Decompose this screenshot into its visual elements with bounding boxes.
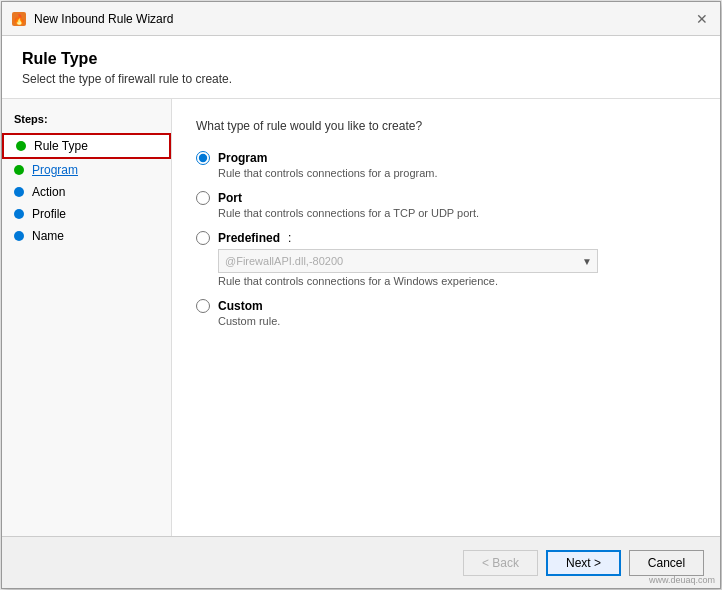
radio-custom-label: Custom bbox=[218, 299, 263, 313]
step-item-name[interactable]: Name bbox=[2, 225, 171, 247]
option-predefined: Predefined: @FirewallAPI.dll,-80200 ▼ Ru… bbox=[196, 231, 696, 287]
step-item-profile[interactable]: Profile bbox=[2, 203, 171, 225]
close-button[interactable]: ✕ bbox=[692, 9, 712, 29]
predefined-dropdown-row: @FirewallAPI.dll,-80200 ▼ bbox=[218, 249, 696, 273]
radio-port-desc: Rule that controls connections for a TCP… bbox=[218, 207, 696, 219]
step-label-program[interactable]: Program bbox=[32, 163, 78, 177]
title-bar: 🔥 New Inbound Rule Wizard ✕ bbox=[2, 2, 720, 36]
predefined-select[interactable]: @FirewallAPI.dll,-80200 bbox=[218, 249, 598, 273]
radio-port[interactable] bbox=[196, 191, 210, 205]
footer: < Back Next > Cancel bbox=[2, 536, 720, 588]
cancel-button[interactable]: Cancel bbox=[629, 550, 704, 576]
step-label-action: Action bbox=[32, 185, 65, 199]
radio-custom-row[interactable]: Custom bbox=[196, 299, 696, 313]
step-item-rule-type[interactable]: Rule Type bbox=[2, 133, 171, 159]
step-label-rule-type: Rule Type bbox=[34, 139, 88, 153]
step-dot-rule-type bbox=[16, 141, 26, 151]
title-bar-left: 🔥 New Inbound Rule Wizard bbox=[10, 10, 173, 28]
radio-port-row[interactable]: Port bbox=[196, 191, 696, 205]
back-button[interactable]: < Back bbox=[463, 550, 538, 576]
radio-port-label: Port bbox=[218, 191, 242, 205]
radio-custom-desc: Custom rule. bbox=[218, 315, 696, 327]
step-dot-program bbox=[14, 165, 24, 175]
rule-panel: What type of rule would you like to crea… bbox=[172, 99, 720, 536]
option-custom: Custom Custom rule. bbox=[196, 299, 696, 327]
step-dot-action bbox=[14, 187, 24, 197]
svg-text:🔥: 🔥 bbox=[13, 13, 26, 26]
radio-program-desc: Rule that controls connections for a pro… bbox=[218, 167, 696, 179]
page-title: Rule Type bbox=[22, 50, 700, 68]
radio-program-row[interactable]: Program bbox=[196, 151, 696, 165]
rule-question: What type of rule would you like to crea… bbox=[196, 119, 696, 133]
window-title: New Inbound Rule Wizard bbox=[34, 12, 173, 26]
radio-program[interactable] bbox=[196, 151, 210, 165]
radio-predefined[interactable] bbox=[196, 231, 210, 245]
page-subtitle: Select the type of firewall rule to crea… bbox=[22, 72, 700, 86]
radio-program-label: Program bbox=[218, 151, 267, 165]
step-dot-name bbox=[14, 231, 24, 241]
main-content: Steps: Rule Type Program Action bbox=[2, 99, 720, 536]
radio-predefined-label: Predefined bbox=[218, 231, 280, 245]
steps-heading: Steps: bbox=[2, 113, 171, 133]
predefined-select-wrapper: @FirewallAPI.dll,-80200 ▼ bbox=[218, 249, 598, 273]
step-label-name: Name bbox=[32, 229, 64, 243]
page-header: Rule Type Select the type of firewall ru… bbox=[2, 36, 720, 99]
step-label-profile: Profile bbox=[32, 207, 66, 221]
wizard-icon: 🔥 bbox=[10, 10, 28, 28]
option-program: Program Rule that controls connections f… bbox=[196, 151, 696, 179]
radio-custom[interactable] bbox=[196, 299, 210, 313]
step-dot-profile bbox=[14, 209, 24, 219]
next-button[interactable]: Next > bbox=[546, 550, 621, 576]
wizard-window: 🔥 New Inbound Rule Wizard ✕ Rule Type Se… bbox=[1, 1, 721, 589]
radio-predefined-desc: Rule that controls connections for a Win… bbox=[218, 275, 696, 287]
steps-panel: Steps: Rule Type Program Action bbox=[2, 99, 172, 536]
radio-group: Program Rule that controls connections f… bbox=[196, 151, 696, 327]
step-item-program[interactable]: Program bbox=[2, 159, 171, 181]
watermark: www.deuaq.com bbox=[649, 575, 715, 585]
step-item-action[interactable]: Action bbox=[2, 181, 171, 203]
option-port: Port Rule that controls connections for … bbox=[196, 191, 696, 219]
radio-predefined-row[interactable]: Predefined: bbox=[196, 231, 696, 245]
